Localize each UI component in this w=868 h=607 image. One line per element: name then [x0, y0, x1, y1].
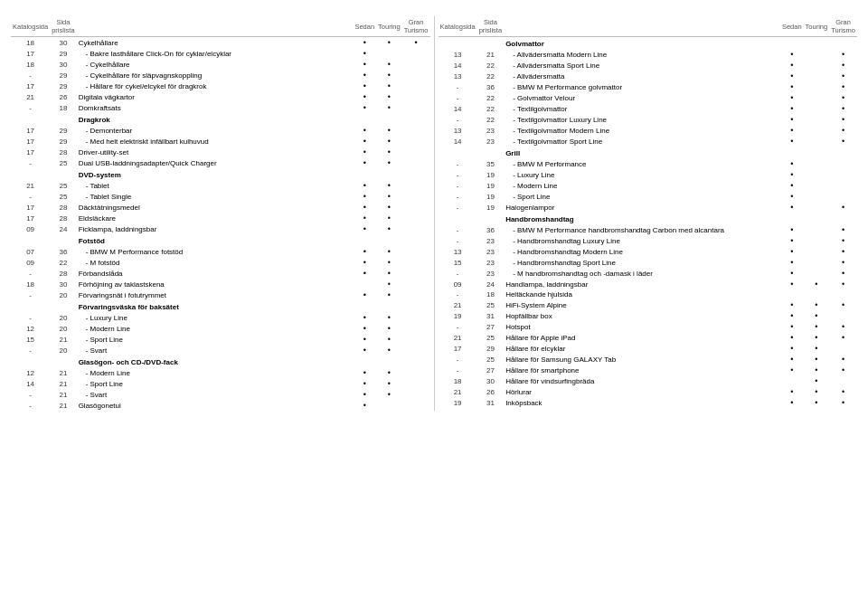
cell-sida: 21 — [50, 334, 76, 345]
cell-sida: 20 — [50, 323, 76, 334]
left-header-gran: GranTurismo — [402, 16, 430, 37]
cell-label: DVD-system — [77, 168, 354, 180]
cell-katalog: - — [11, 157, 50, 168]
cell-sida: 36 — [477, 224, 504, 235]
table-row: -19- Sport Line — [439, 191, 858, 202]
cell-sedan — [780, 224, 804, 235]
table-row: 0922- M fotstöd — [11, 257, 430, 268]
table-row: Förvaringsväska för baksätet — [11, 300, 430, 312]
cell-sedan — [780, 375, 804, 386]
cell-label: Inköpsback — [504, 397, 780, 408]
cell-label: Förvaringsnät i fotutrymmet — [77, 289, 354, 300]
cell-sida: 30 — [50, 279, 76, 289]
cell-touring — [804, 268, 830, 279]
cell-sedan — [353, 234, 376, 246]
cell-gran — [829, 71, 857, 81]
cell-sida: 25 — [50, 180, 76, 191]
table-row: 0924Ficklampa, laddningsbar — [11, 223, 430, 234]
cell-gran — [829, 375, 857, 386]
right-header-katalog: Katalog­sida — [439, 16, 477, 37]
left-table: Katalog­sida Sidaprislista Sedan Touring… — [11, 16, 430, 411]
cell-sedan — [353, 113, 376, 125]
cell-sedan — [780, 103, 804, 114]
cell-label: - Golvmattor Velour — [504, 92, 780, 103]
cell-touring — [376, 81, 402, 91]
cell-sida: 23 — [477, 257, 504, 268]
cell-touring — [376, 59, 402, 70]
cell-gran — [829, 158, 857, 169]
cell-label: Eldsläckare — [77, 213, 354, 223]
cell-sedan — [780, 60, 804, 71]
cell-sedan — [353, 81, 376, 91]
table-row: 1422- Allvädersmatta Sport Line — [439, 60, 858, 71]
table-row: 1729- Med helt elektriskt infällbart kul… — [11, 136, 430, 147]
cell-touring — [804, 299, 830, 310]
table-row: -25Hållare för Samsung GALAXY Tab — [439, 354, 858, 365]
table-row: 1729- Demonterbar — [11, 125, 430, 136]
cell-gran — [402, 400, 430, 411]
cell-sida: 24 — [477, 279, 504, 289]
cell-label: - M fotstöd — [77, 257, 354, 268]
cell-touring — [376, 323, 402, 334]
cell-sedan — [780, 354, 804, 365]
table-row: -35- BMW M Performance — [439, 158, 858, 169]
cell-sida: 31 — [477, 310, 504, 321]
cell-sedan — [353, 223, 376, 234]
cell-katalog: - — [11, 400, 50, 411]
table-row: -28Förbandslåda — [11, 268, 430, 279]
cell-sedan — [780, 257, 804, 268]
table-row: -22- Golvmattor Velour — [439, 92, 858, 103]
cell-touring — [376, 147, 402, 157]
cell-label: - Sport Line — [504, 191, 780, 202]
cell-sida: 19 — [477, 202, 504, 213]
cell-label: Halogenlampor — [504, 202, 780, 213]
cell-label: Heltäckande hjulsida — [504, 289, 780, 299]
cell-sedan — [780, 279, 804, 289]
cell-sida: 29 — [477, 343, 504, 354]
cell-gran — [829, 81, 857, 92]
cell-katalog: 21 — [11, 180, 50, 191]
cell-touring — [376, 191, 402, 202]
cell-sida: 19 — [477, 180, 504, 191]
table-row: 1729Hållare för elcyklar — [439, 343, 858, 354]
cell-katalog: 13 — [439, 71, 477, 81]
table-row: 1830Hållare för vindsurfingbräda — [439, 375, 858, 386]
cell-sida: 22 — [477, 92, 504, 103]
cell-label: - Tablet — [77, 180, 354, 191]
cell-gran — [402, 367, 430, 378]
cell-touring — [804, 386, 830, 397]
cell-gran — [402, 213, 430, 223]
cell-katalog: 09 — [11, 223, 50, 234]
cell-sida: 21 — [50, 378, 76, 389]
cell-gran — [402, 37, 430, 49]
cell-gran — [402, 345, 430, 356]
cell-katalog — [439, 213, 477, 224]
table-row: 1422- Textilgolvmattor — [439, 103, 858, 114]
cell-sedan — [780, 147, 804, 158]
cell-sedan — [353, 367, 376, 378]
cell-katalog — [11, 356, 50, 367]
page: Katalog­sida Sidaprislista Sedan Touring… — [0, 0, 868, 420]
cell-label: - Modern Line — [77, 367, 354, 378]
cell-sida: 18 — [477, 289, 504, 299]
cell-katalog: 14 — [439, 103, 477, 114]
cell-sida: 27 — [477, 365, 504, 375]
table-row: 2126Hörlurar — [439, 386, 858, 397]
cell-touring — [376, 37, 402, 49]
cell-sedan — [353, 323, 376, 334]
cell-touring — [804, 169, 830, 180]
table-row: -19- Luxury Line — [439, 169, 858, 180]
cell-sedan — [353, 59, 376, 70]
cell-label: - Handbromshandtag Luxury Line — [504, 235, 780, 246]
cell-sedan — [353, 157, 376, 168]
cell-touring — [376, 48, 402, 59]
cell-gran — [829, 299, 857, 310]
cell-label: - Textilgolvmattor Modern Line — [504, 125, 780, 136]
cell-gran — [402, 48, 430, 59]
cell-sida: 35 — [477, 158, 504, 169]
cell-sida — [477, 147, 504, 158]
cell-touring — [376, 257, 402, 268]
cell-label: - Luxury Line — [77, 312, 354, 323]
cell-touring — [804, 257, 830, 268]
cell-touring — [804, 60, 830, 71]
